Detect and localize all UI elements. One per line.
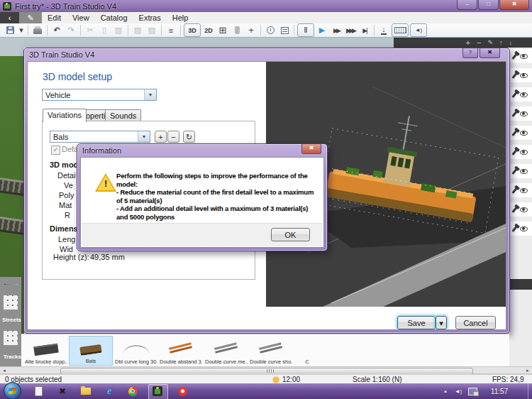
- cut-button[interactable]: ✂: [84, 24, 96, 36]
- setup-close-button[interactable]: ✖: [480, 48, 500, 58]
- menu-catalog[interactable]: Catalog: [95, 12, 133, 23]
- catalog-item[interactable]: Double curve me...: [204, 336, 248, 366]
- save-button[interactable]: [4, 24, 16, 36]
- catalog-item[interactable]: Dbl curve long 30...: [114, 336, 158, 366]
- catalog-item[interactable]: C: [289, 336, 325, 366]
- catalog-item[interactable]: Double abstand 3...: [159, 336, 203, 366]
- back-button[interactable]: ‹: [0, 12, 19, 23]
- category-dropdown[interactable]: Vehicle▾: [42, 89, 157, 101]
- undo-button[interactable]: ↶: [50, 24, 63, 36]
- pin-icon[interactable]: [511, 149, 517, 155]
- eye-icon[interactable]: [520, 150, 528, 155]
- copy-button[interactable]: ▯: [98, 24, 111, 36]
- edit-layer-icon[interactable]: ✎: [487, 39, 493, 46]
- eye-icon[interactable]: [520, 73, 528, 78]
- eye-icon[interactable]: [520, 226, 528, 231]
- pin-icon[interactable]: [511, 130, 517, 136]
- tray-volume[interactable]: ◄): [453, 386, 464, 397]
- catalog-forward-icon[interactable]: →: [12, 279, 19, 287]
- default-checkbox[interactable]: ✔: [51, 146, 60, 155]
- timetable-button[interactable]: [278, 24, 291, 36]
- tab-variations[interactable]: Variations: [43, 109, 87, 122]
- catalog-scrollbar[interactable]: ◄ ►: [0, 366, 532, 374]
- taskbar-opera[interactable]: [177, 386, 188, 397]
- scroll-left-icon[interactable]: ◄: [2, 367, 6, 374]
- cancel-button[interactable]: Cancel: [455, 316, 496, 329]
- taskbar-chrome[interactable]: [127, 386, 138, 397]
- select-tool-button[interactable]: ▧: [131, 24, 144, 36]
- close-button[interactable]: ✖: [499, 0, 529, 10]
- daytime-button[interactable]: [264, 24, 277, 36]
- move-down-icon[interactable]: ↓: [509, 39, 513, 46]
- ok-button[interactable]: OK: [271, 228, 310, 241]
- eye-icon[interactable]: [520, 207, 528, 212]
- fastest-forward-button[interactable]: ▶▶▶: [344, 24, 357, 36]
- pin-icon[interactable]: [511, 53, 517, 60]
- transform-tool-button[interactable]: ▨: [145, 24, 158, 36]
- add-object-button[interactable]: +: [245, 24, 257, 36]
- taskbar-explorer[interactable]: [80, 386, 92, 397]
- remove-layer-icon[interactable]: −: [477, 39, 481, 46]
- redo-button[interactable]: ↷: [65, 24, 77, 36]
- pin-icon[interactable]: [511, 187, 517, 194]
- view-2d-button[interactable]: 2D: [202, 24, 215, 36]
- move-up-icon[interactable]: ↑: [499, 39, 503, 46]
- grid-toggle-button[interactable]: ⊞: [216, 24, 229, 36]
- pin-icon[interactable]: [511, 92, 517, 98]
- save-dropdown-button[interactable]: ▾: [436, 316, 447, 329]
- taskbar-train-studio[interactable]: [152, 386, 163, 397]
- maximize-button[interactable]: □: [478, 0, 499, 10]
- remove-variation-button[interactable]: −: [167, 131, 179, 143]
- pin-icon[interactable]: [511, 111, 517, 117]
- info-close-button[interactable]: ✖: [301, 144, 321, 154]
- menu-extras[interactable]: Extras: [133, 12, 167, 23]
- eye-icon[interactable]: [520, 131, 528, 136]
- menu-edit[interactable]: Edit: [42, 12, 67, 23]
- tab-sounds[interactable]: Sounds: [105, 109, 141, 121]
- view-3d-button[interactable]: 3D: [184, 23, 201, 37]
- eye-icon[interactable]: [520, 92, 528, 97]
- catalog-back-icon[interactable]: ←: [3, 279, 10, 287]
- help-button[interactable]: ?: [462, 48, 478, 58]
- eye-icon[interactable]: [520, 111, 528, 116]
- eye-icon[interactable]: [520, 188, 528, 193]
- scroll-right-icon[interactable]: ►: [526, 367, 530, 374]
- taskbar-ie[interactable]: e: [104, 386, 115, 397]
- skip-end-button[interactable]: ▶|: [358, 24, 371, 36]
- show-desktop-button[interactable]: [528, 383, 528, 399]
- eye-icon[interactable]: [520, 169, 528, 174]
- catalog-item-selected[interactable]: Bals: [69, 336, 113, 366]
- pause-button[interactable]: Ⅱ: [297, 23, 314, 37]
- info-dialog-titlebar[interactable]: Information: [77, 144, 327, 157]
- play-button[interactable]: ▶: [316, 24, 328, 36]
- vehicle-mode-button[interactable]: [231, 24, 243, 36]
- catalog-item[interactable]: Alte brucke dopp...: [24, 336, 68, 366]
- tray-network[interactable]: [467, 386, 478, 397]
- eye-icon[interactable]: [520, 54, 528, 59]
- menu-view[interactable]: View: [67, 12, 95, 23]
- variation-dropdown[interactable]: Bals▾: [50, 131, 150, 143]
- save-button-dialog[interactable]: Save: [397, 316, 436, 329]
- edit-mode-button[interactable]: ✎: [19, 12, 42, 23]
- layer-list-button[interactable]: ≡: [165, 24, 177, 36]
- add-layer-icon[interactable]: +: [466, 39, 470, 46]
- print-button[interactable]: [31, 24, 44, 36]
- window-titlebar[interactable]: First try* - 3D Train Studio V4 – □ ✖: [0, 0, 532, 12]
- pin-icon[interactable]: [511, 207, 517, 213]
- setup-dialog-titlebar[interactable]: 3D Train Studio V4: [24, 48, 509, 61]
- add-variation-button[interactable]: +: [155, 131, 167, 143]
- start-button[interactable]: [4, 382, 21, 399]
- tray-expand[interactable]: ▲: [441, 386, 450, 397]
- sound-button[interactable]: ◄): [410, 23, 427, 37]
- pin-icon[interactable]: [511, 226, 517, 232]
- fast-forward-button[interactable]: ▶▶: [330, 24, 343, 36]
- taskbar-app-2[interactable]: ✖: [57, 386, 68, 397]
- pin-icon[interactable]: [511, 72, 517, 79]
- measure-button[interactable]: [392, 23, 409, 37]
- save-dropdown[interactable]: ▾: [18, 24, 25, 36]
- tray-clock[interactable]: 11:57: [485, 386, 514, 397]
- pin-icon[interactable]: [511, 168, 517, 175]
- minimize-button[interactable]: –: [457, 0, 477, 10]
- menu-help[interactable]: Help: [167, 12, 194, 23]
- download-button[interactable]: ↓: [377, 24, 390, 36]
